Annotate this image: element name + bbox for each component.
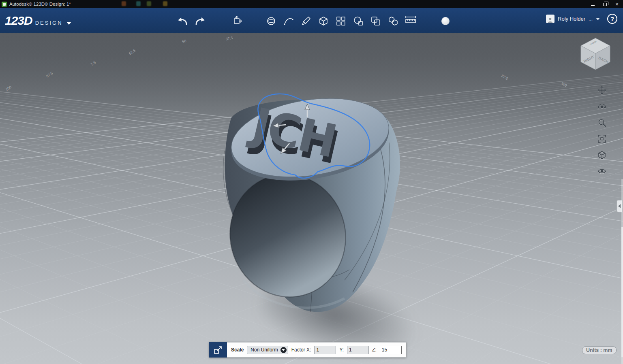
construct-icon [318, 16, 329, 26]
factor-x-input[interactable] [314, 346, 336, 354]
primitives-tool-button[interactable] [263, 13, 279, 29]
transform-icon [231, 15, 242, 27]
restore-button[interactable] [599, 0, 611, 8]
scrollbar-thumb[interactable] [621, 227, 623, 357]
chevron-left-icon [618, 204, 621, 208]
factor-x-label: Factor X: [291, 347, 311, 353]
measure-tool-button[interactable] [403, 13, 418, 29]
orbit-button[interactable] [597, 101, 607, 112]
shaded-view-icon [597, 151, 606, 160]
user-name[interactable]: Roly Holder [558, 16, 585, 22]
close-button[interactable]: × [611, 0, 623, 8]
eye-icon [597, 167, 606, 176]
factor-y-input[interactable] [347, 346, 369, 354]
measure-icon [405, 16, 416, 26]
transform-tool-button[interactable] [229, 13, 244, 29]
material-sphere-icon [440, 15, 451, 27]
view-cube[interactable]: TOP RIGHT BACK [579, 36, 612, 74]
factor-y-label: Y: [339, 347, 344, 353]
restore-icon [603, 3, 607, 6]
scale-panel: Scale Non Uniform Factor X: Y: Z: [209, 342, 406, 358]
ring-model[interactable]: JCH JCH [211, 90, 405, 325]
pan-button[interactable] [597, 85, 607, 96]
app-icon [2, 2, 7, 7]
person-icon [547, 17, 553, 23]
grouping-icon [370, 16, 381, 26]
fit-view-button[interactable] [597, 134, 607, 144]
redo-icon [195, 16, 207, 26]
modify-tool-button[interactable] [351, 13, 366, 29]
minimize-button[interactable] [587, 0, 599, 8]
fit-view-icon [597, 134, 606, 143]
zoom-icon [597, 118, 606, 127]
viewport-3d-canvas[interactable]: 100 87.5 7.5 62.5 50 37.5 87.5 100 [0, 33, 623, 364]
sketch-tool-button[interactable] [281, 13, 296, 29]
main-toolbar: 123D DESIGN [0, 8, 623, 33]
chevron-down-icon [66, 22, 71, 25]
titlebar: Autodesk® 123D® Design: 1* × [0, 0, 623, 8]
user-menu-chevron-icon[interactable] [596, 18, 600, 20]
undo-button[interactable] [174, 13, 190, 29]
user-name-ellipsis: ... [589, 16, 593, 22]
brand-logo: 123D [5, 13, 32, 28]
titlebar-artifact [147, 1, 151, 6]
text-tool-button[interactable] [298, 13, 314, 29]
help-button[interactable]: ? [607, 14, 617, 24]
combine-icon [388, 16, 398, 26]
minimize-icon [591, 5, 595, 6]
text-pencil-icon [301, 16, 311, 26]
shaded-view-button[interactable] [597, 150, 607, 160]
redo-button[interactable] [193, 13, 208, 29]
scale-label: Scale [231, 347, 244, 353]
view-nav-toolbar [597, 85, 607, 177]
undo-icon [176, 16, 188, 26]
orbit-icon [597, 102, 606, 111]
pattern-icon [336, 16, 346, 26]
user-area: Roly Holder ... ? [546, 14, 617, 24]
window-controls: × [587, 0, 623, 8]
material-button[interactable] [438, 13, 453, 29]
app-menu-button[interactable]: 123D DESIGN [5, 13, 71, 28]
titlebar-artifact [163, 1, 167, 6]
scale-tool-tile[interactable] [209, 342, 227, 358]
scale-panel-body: Scale Non Uniform Factor X: Y: Z: [227, 342, 406, 358]
modify-icon [353, 16, 364, 26]
pattern-tool-button[interactable] [333, 13, 349, 29]
pan-icon [597, 86, 606, 95]
titlebar-artifact [136, 1, 141, 6]
scale-mode-value: Non Uniform [250, 347, 278, 353]
construct-tool-button[interactable] [316, 13, 331, 29]
window-title: Autodesk® 123D® Design: 1* [9, 2, 71, 6]
primitives-icon [266, 16, 276, 26]
dropdown-chevron-icon [280, 347, 287, 353]
units-badge[interactable]: Units : mm [582, 346, 617, 354]
visibility-button[interactable] [597, 166, 607, 177]
scale-icon [213, 345, 223, 355]
user-avatar[interactable] [546, 15, 554, 23]
factor-z-input[interactable] [380, 346, 402, 354]
combine-tool-button[interactable] [385, 13, 401, 29]
app-window: Autodesk® 123D® Design: 1* × 123D DESIGN [0, 0, 623, 364]
factor-z-label: Z: [372, 347, 377, 353]
zoom-button[interactable] [597, 117, 607, 128]
brand-suffix: DESIGN [35, 20, 63, 26]
scale-mode-dropdown[interactable]: Non Uniform [247, 346, 288, 354]
sketch-icon [283, 16, 294, 26]
titlebar-artifact [122, 1, 126, 6]
grouping-tool-button[interactable] [368, 13, 383, 29]
